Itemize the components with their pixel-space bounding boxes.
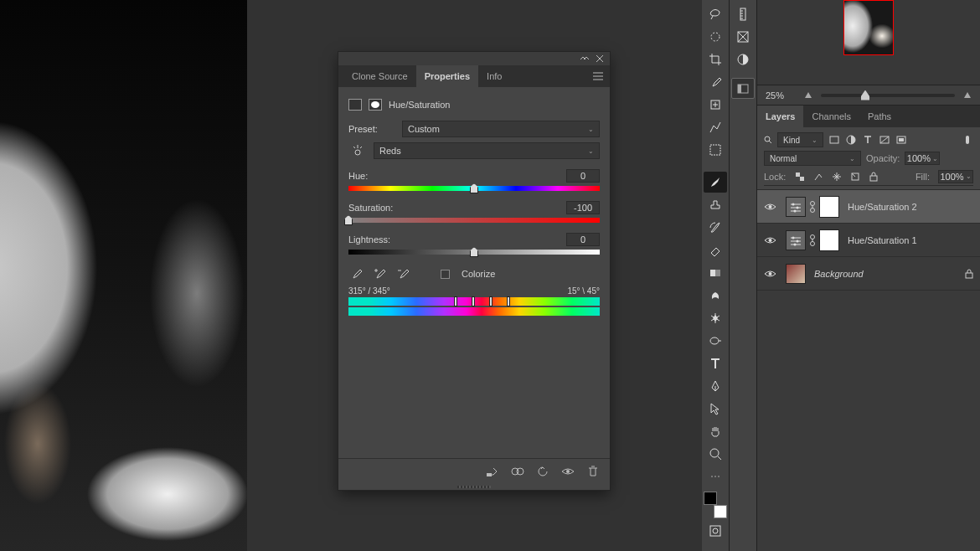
- crop-icon[interactable]: [704, 49, 727, 70]
- layer-filter-dropdown[interactable]: Kind ⌄: [777, 132, 823, 147]
- layer-name[interactable]: Hue/Saturation 1: [848, 235, 973, 245]
- blend-mode-dropdown[interactable]: Normal ⌄: [764, 151, 861, 166]
- background-color[interactable]: [714, 505, 727, 518]
- collapse-icon[interactable]: [580, 54, 590, 64]
- lock-all-icon[interactable]: [868, 171, 879, 183]
- link-icon[interactable]: [809, 234, 816, 247]
- zoom-tool-icon[interactable]: [704, 443, 727, 464]
- hue-thumb[interactable]: [470, 183, 478, 193]
- filter-pixel-icon[interactable]: [828, 134, 840, 146]
- range-marker[interactable]: [507, 296, 510, 306]
- filter-shape-icon[interactable]: [879, 134, 890, 146]
- layer-thumb[interactable]: [786, 264, 806, 284]
- hand-tool-icon[interactable]: [704, 420, 727, 441]
- filter-smart-icon[interactable]: [895, 134, 907, 146]
- brush-settings-icon[interactable]: [704, 116, 727, 137]
- visibility-toggle-icon[interactable]: [764, 236, 777, 245]
- color-swatches[interactable]: [704, 492, 727, 518]
- zoom-out-icon[interactable]: [804, 91, 812, 100]
- visibility-toggle-icon[interactable]: [764, 203, 777, 211]
- layer-name[interactable]: Hue/Saturation 2: [848, 202, 973, 212]
- dodge-tool-icon[interactable]: [704, 307, 727, 328]
- zoom-thumb[interactable]: [861, 90, 869, 100]
- link-icon[interactable]: [809, 200, 816, 214]
- panel-menu-icon[interactable]: [593, 72, 610, 80]
- smudge-tool-icon[interactable]: [704, 285, 727, 306]
- foreground-color[interactable]: [704, 492, 717, 505]
- range-marker[interactable]: [489, 296, 493, 306]
- visibility-icon[interactable]: [561, 465, 575, 478]
- search-icon[interactable]: [764, 136, 772, 144]
- history-brush-icon[interactable]: [704, 217, 727, 238]
- range-marker[interactable]: [454, 296, 457, 306]
- range-marker[interactable]: [472, 296, 475, 306]
- eraser-tool-icon[interactable]: [704, 239, 727, 260]
- lock-position-icon[interactable]: [831, 171, 843, 183]
- layer-name[interactable]: Background: [814, 269, 957, 279]
- expand-panel-icon[interactable]: [731, 78, 755, 99]
- magic-wand-icon[interactable]: [704, 26, 727, 47]
- color-range-track[interactable]: [348, 297, 600, 306]
- resize-grip[interactable]: [338, 483, 610, 490]
- lightness-thumb[interactable]: [470, 247, 478, 257]
- lock-icon[interactable]: [965, 269, 973, 279]
- saturation-track[interactable]: [348, 218, 600, 223]
- gradient-tool-icon[interactable]: [704, 262, 727, 283]
- fill-input[interactable]: 100% ⌄: [938, 170, 973, 183]
- ruler-icon[interactable]: [731, 3, 755, 24]
- path-select-icon[interactable]: [704, 398, 727, 419]
- tab-clone-source[interactable]: Clone Source: [343, 65, 416, 87]
- tab-channels[interactable]: Channels: [803, 106, 859, 127]
- hue-input[interactable]: 0: [566, 169, 600, 183]
- visibility-toggle-icon[interactable]: [764, 270, 777, 278]
- lock-image-icon[interactable]: [812, 171, 824, 183]
- zoom-slider[interactable]: [821, 94, 955, 97]
- layer-row[interactable]: Background: [757, 257, 980, 291]
- reset-icon[interactable]: [536, 465, 549, 478]
- pen-tool-icon[interactable]: [704, 375, 727, 396]
- tab-paths[interactable]: Paths: [859, 106, 900, 127]
- channel-dropdown[interactable]: Reds ⌄: [374, 142, 600, 159]
- navigator-thumbnail[interactable]: [843, 0, 894, 55]
- layer-mask-thumb[interactable]: [819, 229, 839, 251]
- type-tool-icon[interactable]: [704, 353, 727, 373]
- view-previous-icon[interactable]: [511, 465, 524, 478]
- filter-type-icon[interactable]: [862, 134, 874, 146]
- document-canvas[interactable]: [0, 0, 247, 551]
- lock-artboard-icon[interactable]: [849, 171, 861, 183]
- filter-toggle-icon[interactable]: [962, 134, 973, 146]
- lasso-icon[interactable]: [704, 3, 727, 24]
- burn-tool-icon[interactable]: [704, 330, 727, 351]
- eyedropper-tool-icon[interactable]: [704, 71, 727, 92]
- saturation-input[interactable]: -100: [566, 201, 600, 214]
- saturation-thumb[interactable]: [344, 215, 353, 225]
- quick-mask-icon[interactable]: [704, 520, 727, 541]
- hue-track[interactable]: [348, 186, 600, 191]
- lightness-track[interactable]: [348, 250, 600, 255]
- targeted-adjust-icon[interactable]: [348, 144, 367, 157]
- frame-icon[interactable]: [731, 26, 755, 47]
- layer-row[interactable]: Hue/Saturation 2: [757, 190, 980, 224]
- lock-transparency-icon[interactable]: [794, 171, 806, 183]
- layer-row[interactable]: Hue/Saturation 1: [757, 224, 980, 257]
- layer-mask-thumb[interactable]: [819, 196, 839, 218]
- eyedropper-icon[interactable]: [348, 266, 364, 281]
- tab-properties[interactable]: Properties: [416, 65, 478, 87]
- filter-adjust-icon[interactable]: [845, 134, 857, 146]
- trash-icon[interactable]: [586, 465, 600, 478]
- tab-layers[interactable]: Layers: [757, 106, 803, 127]
- stamp-tool-icon[interactable]: [704, 194, 727, 215]
- healing-brush-icon[interactable]: [704, 94, 727, 115]
- mask-icon[interactable]: [369, 99, 382, 111]
- zoom-value[interactable]: 25%: [766, 90, 796, 100]
- tab-info[interactable]: Info: [478, 65, 510, 87]
- opacity-input[interactable]: 100% ⌄: [905, 152, 940, 165]
- close-icon[interactable]: [595, 54, 605, 64]
- lightness-input[interactable]: 0: [566, 233, 600, 246]
- eyedropper-add-icon[interactable]: [372, 266, 387, 281]
- brush-tool-icon[interactable]: [704, 172, 727, 193]
- colorize-checkbox[interactable]: [441, 270, 450, 279]
- eyedropper-subtract-icon[interactable]: [395, 266, 410, 281]
- zoom-in-icon[interactable]: [963, 91, 972, 100]
- clip-to-layer-icon[interactable]: [486, 465, 499, 478]
